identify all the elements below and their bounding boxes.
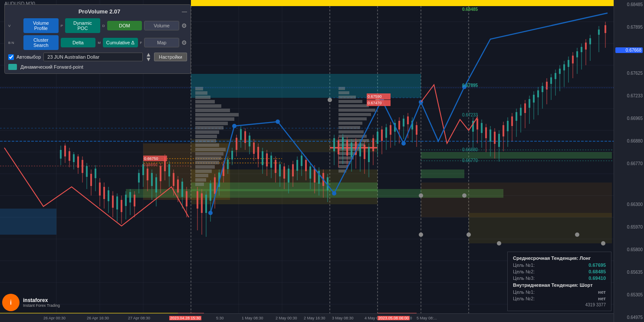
svg-rect-110 [95,169,96,178]
svg-rect-218 [338,140,339,154]
svg-rect-59 [195,126,223,129]
map-button[interactable]: Map [144,38,179,47]
svg-rect-81 [338,122,362,125]
time-label-1: 26 Apr 00:30 [43,316,66,320]
svg-rect-174 [240,129,242,140]
svg-text:0.66770: 0.66770 [462,158,478,163]
dt-target2-value: нет [598,296,606,301]
dt-target2-label: Цель №2: [513,296,535,301]
svg-rect-67 [195,161,219,164]
dt-target1-label: Цель №1: [513,289,535,295]
volume-profile-button[interactable]: Volume Profile [23,18,59,33]
svg-rect-274 [511,116,513,126]
dom-button[interactable]: DOM [107,21,142,30]
svg-rect-91 [338,165,348,168]
svg-rect-114 [103,187,105,199]
svg-rect-224 [351,143,352,157]
svg-rect-104 [82,160,83,173]
time-label-7: 2 May 00:30 [276,316,297,320]
panel-close-button[interactable]: — [182,9,187,15]
svg-rect-64 [195,148,226,151]
svg-rect-146 [173,173,174,186]
svg-rect-60 [195,130,219,134]
svg-rect-148 [177,179,179,193]
svg-rect-94 [60,150,62,159]
svg-rect-280 [524,103,526,113]
svg-rect-112 [99,183,101,196]
svg-text:0.67233: 0.67233 [462,113,478,117]
svg-rect-270 [503,125,504,136]
svg-rect-216 [333,138,335,151]
svg-rect-150 [181,182,183,197]
svg-rect-106 [86,166,88,177]
svg-rect-90 [338,161,351,164]
svg-rect-58 [195,122,228,125]
svg-point-326 [401,141,406,146]
trend-title: Среднесрочная Тенденция: Лонг [513,256,606,261]
svg-point-333 [419,232,423,237]
volume-button[interactable]: Volume [144,21,179,30]
settings-icon-row1[interactable]: ⚙ [181,22,187,29]
svg-rect-248 [403,119,404,126]
price-66880: 0.66880 [615,139,643,143]
svg-rect-138 [155,177,157,193]
svg-rect-238 [381,129,383,141]
dynamic-poc-button[interactable]: Dynamic POC [65,18,100,33]
time-axis: 26 Apr 00:30 26 Apr 16:30 27 Apr 08:30 2… [0,313,614,322]
cumulative-delta-button[interactable]: Cumulative Δ [103,38,138,47]
svg-rect-66 [195,156,221,160]
logo: i instaforex Instant Forex Trading [2,294,60,311]
svg-rect-136 [151,173,153,186]
svg-rect-160 [210,183,211,201]
instrument-arrows[interactable]: ▲▼ [145,52,151,62]
forward-point-color [8,64,17,70]
svg-rect-268 [498,134,500,147]
nastroyki-button[interactable]: Настройки [154,53,187,61]
svg-rect-102 [77,156,79,168]
svg-rect-52 [195,96,210,99]
time-label-2: 26 Apr 16:30 [87,316,109,320]
svg-point-335 [497,241,501,246]
cluster-search-button[interactable]: Cluster Search [23,35,59,50]
svg-rect-308 [585,43,587,50]
svg-rect-51 [195,91,207,95]
svg-rect-302 [572,56,574,63]
svg-rect-63 [195,143,219,147]
svg-rect-100 [73,154,75,162]
counter: 4319 3377 [513,302,606,307]
svg-rect-170 [231,151,233,159]
svg-text:0.67470: 0.67470 [368,101,382,105]
price-67895: 0.67895 [615,25,643,30]
svg-rect-286 [537,90,539,97]
price-67625: 0.67625 [615,71,643,76]
dt-target1-value: нет [598,289,606,295]
target3-label: Цель №3: [513,276,535,281]
svg-rect-65 [195,152,223,156]
svg-point-337 [601,241,605,246]
svg-rect-290 [546,82,548,90]
svg-rect-108 [90,174,92,186]
svg-point-334 [467,232,471,237]
dt-trend-title: Внутридневная Тенденция: Шорт [513,282,606,288]
svg-rect-351 [460,0,614,6]
svg-rect-61 [195,135,217,138]
settings-icon-row2[interactable]: ⚙ [181,39,187,46]
panel-title-bar: ProVolume 2.07 — [8,8,187,15]
time-label-12: 5 May 08:... [417,316,437,320]
svg-rect-144 [168,164,170,176]
svg-rect-204 [305,160,307,171]
svg-text:0.66750: 0.66750 [144,156,158,161]
price-66770: 0.66770 [615,161,643,166]
price-65970: 0.65970 [615,225,643,229]
price-67233: 0.67233 [615,93,643,98]
price-64975: 0.64975 [615,315,643,320]
svg-rect-118 [112,196,114,208]
auto-select-checkbox[interactable] [8,54,14,60]
instrument-input[interactable] [43,53,143,61]
svg-rect-152 [186,191,187,206]
delta-button[interactable]: Delta [61,38,96,47]
svg-text:0.66880: 0.66880 [462,147,478,152]
svg-rect-194 [283,166,285,179]
svg-rect-73 [338,87,345,90]
logo-tagline: Instant Forex Trading [23,303,60,308]
